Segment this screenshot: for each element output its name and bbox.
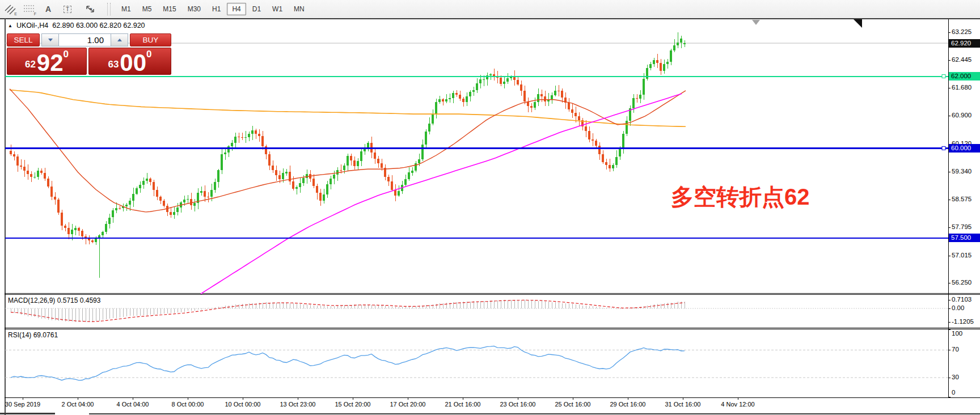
rsi-label: RSI(14) 69.0761 — [8, 331, 58, 339]
axis-label: 100 — [952, 330, 962, 337]
time-axis-label: 10 Oct 00:00 — [225, 401, 261, 408]
hline-62000-handle[interactable] — [942, 74, 945, 78]
chart-annotation-text[interactable]: 多空转折点62 — [671, 181, 810, 213]
time-axis-label: 4 Oct 04:00 — [117, 401, 149, 408]
corner-marker-icon — [854, 19, 862, 28]
buy-price-display[interactable]: 63 00 0 — [88, 48, 171, 75]
one-click-trading-panel: SELL 1.00 BUY 62 92 0 63 00 0 — [7, 33, 171, 75]
time-axis-label: 30 Sep 2019 — [5, 401, 40, 408]
axis-label: 30 — [952, 374, 959, 380]
current-price-badge: 62.920 — [949, 39, 980, 48]
arrows-glyph — [85, 4, 96, 14]
axis-label: 70 — [952, 346, 959, 353]
timeframe-buttons: M1M5M15M30H1H4D1W1MN — [116, 3, 310, 15]
text-tool-icon[interactable]: A — [39, 2, 57, 16]
axis-label: 61.680 — [952, 84, 971, 91]
axis-label: 0.00 — [952, 304, 964, 311]
triangle-up-icon — [117, 39, 122, 41]
hline-60-badge: 60.000 — [949, 144, 980, 153]
axis-label: 63.225 — [952, 28, 971, 35]
axis-label: -1.1205 — [952, 318, 974, 325]
tf-button-w1[interactable]: W1 — [267, 3, 288, 15]
ohlc-values: 62.890 63.000 62.820 62.920 — [52, 22, 145, 29]
tf-button-m30[interactable]: M30 — [183, 3, 206, 15]
toolbar-separator — [107, 3, 111, 15]
collapse-panel-icon[interactable]: ▲ — [8, 23, 12, 28]
sell-price-prefix: 62 — [25, 59, 36, 70]
axis-label: 56.250 — [952, 279, 971, 286]
rsi-pane[interactable] — [5, 329, 948, 397]
macd-histogram — [11, 300, 685, 323]
time-axis-label: 17 Oct 20:00 — [390, 401, 426, 408]
equidistant-channel-glyph — [4, 3, 15, 15]
buy-price-sup: 0 — [146, 49, 151, 60]
axis-label: 60.900 — [952, 112, 971, 118]
tf-button-mn[interactable]: MN — [289, 3, 310, 15]
time-axis-label: 8 Oct 00:00 — [172, 401, 204, 408]
macd-signal-line — [11, 300, 685, 321]
buy-price-prefix: 63 — [108, 59, 119, 70]
time-axis-label: 23 Oct 16:00 — [500, 401, 536, 408]
symbol-period-label: UKOil-,H4 — [16, 22, 48, 29]
rsi-line — [11, 346, 685, 380]
fibonacci-icon[interactable]: F — [20, 2, 38, 16]
axis-label: 0 — [952, 389, 955, 396]
macd-pane[interactable] — [5, 295, 948, 327]
time-axis-line — [5, 397, 980, 398]
axis-label: 58.575 — [952, 196, 971, 202]
label-tool-icon[interactable]: T — [58, 2, 77, 16]
buy-button[interactable]: BUY — [130, 33, 171, 46]
pane-separator[interactable] — [5, 293, 980, 294]
ma-medium-red — [10, 89, 686, 212]
buy-price-big: 00 — [120, 53, 146, 73]
axis-label: 57.015 — [952, 252, 971, 259]
macd-label: MACD(12,26,9) 0.5715 0.4593 — [8, 297, 100, 304]
h-scrollbar-track[interactable] — [89, 413, 980, 414]
time-axis-label: 2 Oct 04:00 — [62, 401, 94, 408]
time-axis-label: 4 Nov 12:00 — [721, 401, 754, 408]
hline-60000-handle[interactable] — [942, 146, 945, 150]
sell-price-display[interactable]: 62 92 0 — [7, 48, 87, 75]
time-axis-label: 13 Oct 23:00 — [280, 401, 316, 408]
axis-label: 57.795 — [952, 223, 971, 230]
time-axis-label: 25 Oct 16:00 — [555, 401, 591, 408]
hline-575-badge: 57.500 — [949, 234, 980, 242]
volume-decrease-button[interactable] — [41, 33, 59, 46]
tf-button-m5[interactable]: M5 — [137, 3, 157, 15]
axis-label: 0.7103 — [952, 296, 971, 303]
volume-increase-button[interactable] — [111, 33, 128, 46]
chart-shift-marker-icon[interactable] — [752, 20, 760, 25]
sell-button[interactable]: SELL — [7, 33, 40, 46]
fibonacci-glyph — [23, 3, 35, 15]
axis-label: 59.340 — [952, 168, 971, 175]
chart-title: ▲ UKOil-,H4 62.890 63.000 62.820 62.920 — [8, 22, 145, 29]
time-axis-label: 21 Oct 16:00 — [445, 401, 481, 408]
time-axis-label: 29 Oct 16:00 — [610, 401, 646, 408]
tf-button-m15[interactable]: M15 — [158, 3, 181, 15]
equidistant-channel-icon[interactable]: E — [1, 2, 19, 16]
tf-button-h1[interactable]: H1 — [207, 3, 226, 15]
h-scrollbar-thumb[interactable] — [0, 413, 55, 414]
toolbar: E F A T ▼ M1M5M15M30H1H4D1W1MN — [0, 0, 980, 18]
tf-button-m1[interactable]: M1 — [116, 3, 136, 15]
axis-label: 62.445 — [952, 56, 971, 63]
arrows-tool-icon[interactable]: ▼ — [78, 2, 103, 16]
time-axis-label: 15 Oct 20:00 — [335, 401, 371, 408]
triangle-down-icon — [48, 39, 53, 41]
volume-input[interactable]: 1.00 — [59, 33, 111, 46]
sell-price-sup: 0 — [64, 49, 69, 60]
tf-button-h4[interactable]: H4 — [227, 3, 246, 15]
pane-separator[interactable] — [5, 328, 980, 328]
hline-62-badge: 62.000 — [949, 72, 980, 81]
tf-button-d1[interactable]: D1 — [247, 3, 266, 15]
time-axis-label: 31 Oct 16:00 — [665, 401, 701, 408]
sell-price-big: 92 — [37, 53, 64, 73]
